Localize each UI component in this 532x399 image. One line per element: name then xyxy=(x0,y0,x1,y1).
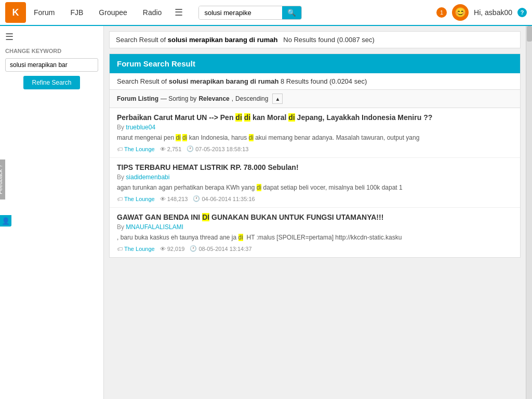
search-button[interactable]: 🔍 xyxy=(282,6,301,19)
result-author-3[interactable]: MNAUFALALISLAMI xyxy=(126,223,183,231)
clock-icon: 🕐 xyxy=(187,145,194,152)
result-meta-3: 🏷 The Lounge 👁 92,019 🕐 08-05-2014 13:14… xyxy=(117,245,513,252)
user-greeting: Hi, asbak00 xyxy=(474,8,512,17)
hamburger-icon[interactable]: ☰ xyxy=(175,7,183,18)
result-author-1[interactable]: trueblue04 xyxy=(126,124,155,131)
search-result-prefix: Search Result of xyxy=(116,36,166,44)
result-item: Perbaikan Carut Marut UN --> Pen di di k… xyxy=(110,108,520,158)
nav-links: Forum FJB Groupee Radio ☰ 🔍 xyxy=(31,6,436,20)
logo[interactable]: K xyxy=(5,2,26,23)
result-by-3: By MNAUFALALISLAMI xyxy=(117,223,513,231)
eye-icon: 👁 xyxy=(160,196,166,202)
feedback-tab[interactable]: Feedback ? xyxy=(0,159,5,200)
result-views-1: 👁 2,751 xyxy=(160,146,182,152)
sidebar-keyword-input[interactable] xyxy=(5,58,98,72)
notification-badge[interactable]: 1 xyxy=(436,7,447,18)
search-result-keyword: solusi merapikan barang di rumah xyxy=(168,36,278,44)
result-meta-2: 🏷 The Lounge 👁 148,213 🕐 04-06-2014 11:3… xyxy=(117,195,513,202)
main-layout: ☰ CHANGE KEYWORD Refine Search Search Re… xyxy=(0,26,532,399)
tag-icon: 🏷 xyxy=(117,246,123,252)
result-tag-link-1[interactable]: The Lounge xyxy=(124,146,155,152)
result-by-1: By trueblue04 xyxy=(117,124,513,131)
search-box: 🔍 xyxy=(198,6,302,20)
result-excerpt-2: agan turunkan agan perhatikan berapa KWh… xyxy=(117,183,513,192)
result-item: TIPS TERBARU HEMAT LISTRIK RP. 78.000 Se… xyxy=(110,158,520,208)
result-tag-1: 🏷 The Lounge xyxy=(117,146,155,152)
side-user-icon[interactable]: 👤 xyxy=(0,215,11,227)
result-date-1: 🕐 07-05-2013 18:58:13 xyxy=(187,145,248,152)
result-excerpt-1: marut mengenai pen di di kan Indonesia, … xyxy=(117,133,513,142)
content-area: Search Result of solusi merapikan barang… xyxy=(104,26,526,399)
result-views-3: 👁 92,019 xyxy=(160,246,185,252)
search-input[interactable] xyxy=(199,6,282,19)
top-nav: K Forum FJB Groupee Radio ☰ 🔍 1 😊 Hi, as… xyxy=(0,0,532,26)
scrollbar-track[interactable] xyxy=(526,26,532,399)
result-title-3: GAWAT GAN BENDA INI DI GUNAKAN BUKAN UNT… xyxy=(117,213,513,221)
result-tag-2: 🏷 The Lounge xyxy=(117,196,155,202)
search-result-suffix: No Results found (0.0087 sec) xyxy=(283,36,375,44)
result-title-1: Perbaikan Carut Marut UN --> Pen di di k… xyxy=(117,113,513,122)
clock-icon: 🕐 xyxy=(190,245,197,252)
eye-icon: 👁 xyxy=(160,246,166,252)
result-item: GAWAT GAN BENDA INI DI GUNAKAN BUKAN UNT… xyxy=(110,208,520,257)
search-result-bar: Search Result of solusi merapikan barang… xyxy=(109,31,521,48)
result-tag-link-2[interactable]: The Lounge xyxy=(124,196,155,202)
forum-search-subheader: Search Result of solusi merapikan barang… xyxy=(110,73,520,90)
nav-right: 1 😊 Hi, asbak00 ? xyxy=(436,4,527,21)
result-author-2[interactable]: siadidemenbabi xyxy=(126,174,169,181)
sort-toggle-icon[interactable]: ▲ xyxy=(272,94,283,104)
sidebar-hamburger[interactable]: ☰ xyxy=(5,31,98,43)
sidebar: ☰ CHANGE KEYWORD Refine Search xyxy=(0,26,104,399)
tag-icon: 🏷 xyxy=(117,146,123,152)
result-tag-3: 🏷 The Lounge xyxy=(117,246,155,252)
result-title-2: TIPS TERBARU HEMAT LISTRIK RP. 78.000 Se… xyxy=(117,163,513,171)
forum-listing-bar: Forum Listing — Sorting by Relevance, De… xyxy=(110,90,520,108)
forum-search-header: Forum Search Result xyxy=(110,54,520,73)
clock-icon: 🕐 xyxy=(193,195,200,202)
sidebar-change-keyword-label: CHANGE KEYWORD xyxy=(5,48,98,54)
tag-icon: 🏷 xyxy=(117,196,123,202)
nav-fjb[interactable]: FJB xyxy=(68,8,86,17)
forum-search-box: Forum Search Result Search Result of sol… xyxy=(109,54,521,258)
result-meta-1: 🏷 The Lounge 👁 2,751 🕐 07-05-2013 18:58:… xyxy=(117,145,513,152)
help-icon[interactable]: ? xyxy=(517,8,527,17)
result-tag-link-3[interactable]: The Lounge xyxy=(124,246,155,252)
result-views-2: 👁 148,213 xyxy=(160,196,188,202)
result-excerpt-3: , baru buka kaskus eh taunya thread ane … xyxy=(117,233,513,242)
eye-icon: 👁 xyxy=(160,146,166,152)
nav-forum[interactable]: Forum xyxy=(31,8,57,17)
nav-groupee[interactable]: Groupee xyxy=(96,8,129,17)
refine-search-button[interactable]: Refine Search xyxy=(23,76,79,89)
result-by-2: By siadidemenbabi xyxy=(117,174,513,181)
result-date-2: 🕐 04-06-2014 11:35:16 xyxy=(193,195,255,202)
nav-radio[interactable]: Radio xyxy=(140,8,165,17)
scrollbar-thumb[interactable] xyxy=(527,26,532,42)
result-date-3: 🕐 08-05-2014 13:14:37 xyxy=(190,245,251,252)
avatar[interactable]: 😊 xyxy=(452,4,469,21)
